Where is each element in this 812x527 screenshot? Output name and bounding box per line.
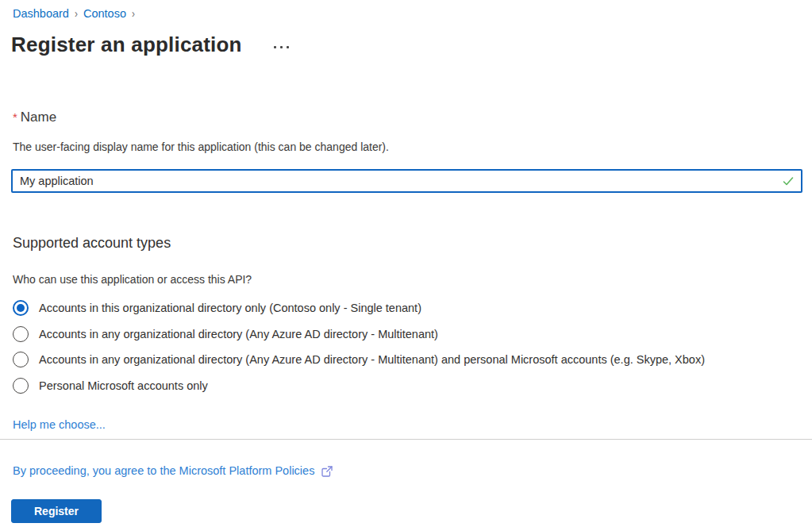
radio-option-multitenant[interactable]: Accounts in any organizational directory… bbox=[13, 321, 705, 348]
radio-option-label: Accounts in any organizational directory… bbox=[39, 328, 438, 340]
breadcrumb-contoso[interactable]: Contoso bbox=[83, 7, 126, 20]
radio-option-personal-only[interactable]: Personal Microsoft accounts only bbox=[13, 373, 705, 399]
radio-option-label: Accounts in this organizational director… bbox=[39, 302, 421, 314]
radio-option-label: Personal Microsoft accounts only bbox=[39, 379, 208, 392]
breadcrumb-dashboard[interactable]: Dashboard bbox=[13, 7, 69, 20]
name-input-wrapper bbox=[11, 169, 802, 193]
platform-policies-link[interactable]: By proceeding, you agree to the Microsof… bbox=[13, 464, 314, 477]
chevron-right-icon: › bbox=[75, 6, 78, 21]
radio-button-icon[interactable] bbox=[13, 378, 29, 394]
radio-button-icon[interactable] bbox=[13, 326, 29, 342]
page-title: Register an application bbox=[11, 33, 242, 57]
checkmark-icon bbox=[782, 175, 795, 187]
chevron-right-icon: › bbox=[132, 6, 135, 21]
radio-button-icon[interactable] bbox=[13, 352, 29, 367]
radio-option-multitenant-personal[interactable]: Accounts in any organizational directory… bbox=[13, 347, 705, 373]
radio-option-label: Accounts in any organizational directory… bbox=[39, 353, 705, 366]
supported-account-types-heading: Supported account types bbox=[13, 235, 171, 252]
account-types-question: Who can use this application or access t… bbox=[13, 273, 252, 286]
breadcrumb: Dashboard › Contoso › bbox=[13, 7, 135, 20]
name-field-label: *Name bbox=[13, 110, 56, 125]
help-me-choose-link[interactable]: Help me choose... bbox=[13, 418, 106, 431]
ellipsis-icon[interactable] bbox=[271, 41, 292, 53]
section-divider bbox=[0, 439, 812, 440]
page-header: Register an application bbox=[11, 33, 292, 57]
required-asterisk: * bbox=[13, 110, 17, 124]
name-input[interactable] bbox=[11, 169, 802, 193]
name-label-text: Name bbox=[21, 110, 56, 125]
agreement-row: By proceeding, you agree to the Microsof… bbox=[13, 464, 333, 478]
radio-option-single-tenant[interactable]: Accounts in this organizational director… bbox=[13, 295, 705, 321]
radio-button-icon[interactable] bbox=[13, 300, 29, 316]
name-field-description: The user-facing display name for this ap… bbox=[13, 140, 389, 153]
external-link-icon bbox=[321, 465, 333, 478]
register-button[interactable]: Register bbox=[11, 499, 102, 523]
account-types-radio-group: Accounts in this organizational director… bbox=[13, 295, 705, 398]
